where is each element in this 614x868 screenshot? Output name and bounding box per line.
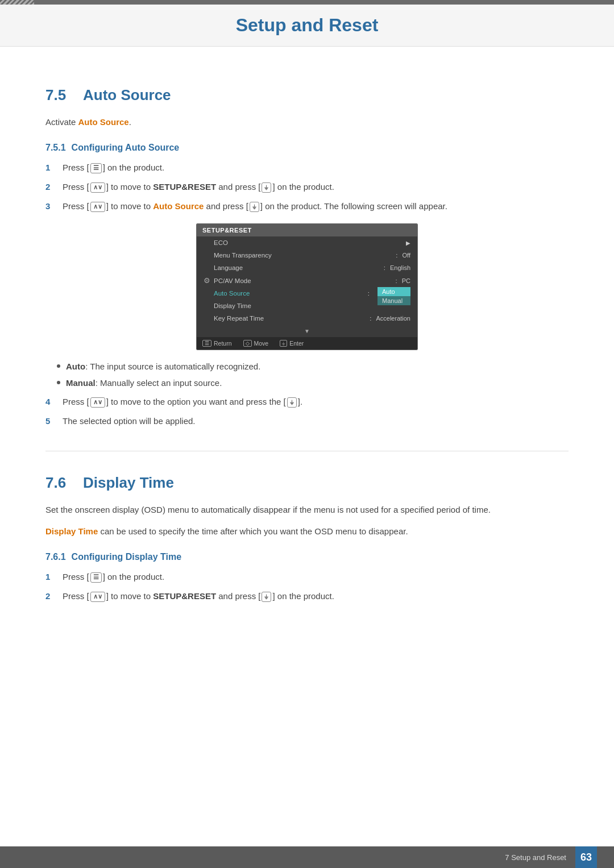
step-content-2: Press [∧∨] to move to SETUP&RESET and pr… (63, 180, 569, 194)
enter-icon-3: ⏚ (250, 202, 259, 211)
step-content-761-1: Press [☰] on the product. (63, 570, 569, 584)
nav-icon-3: ∧∨ (90, 202, 105, 211)
subsection-761-heading: 7.6.1 Configuring Display Time (45, 552, 569, 562)
bullet-text-manual: Manual: Manually select an input source. (66, 377, 222, 390)
footer-return-icon: ☰ (202, 340, 211, 347)
menu-label-autosource: Auto Source (214, 290, 366, 297)
section-75-intro: Activate Auto Source. (45, 115, 569, 129)
subsection-761-number: 7.6.1 (45, 552, 66, 562)
step-751-3: 3 Press [∧∨] to move to Auto Source and … (45, 200, 569, 213)
footer-return-label: Return (214, 340, 232, 347)
auto-source-highlight: Auto Source (78, 117, 129, 127)
section-76-intro2: Display Time can be used to specify the … (45, 525, 569, 538)
menu-more-arrow: ▼ (304, 328, 310, 334)
bullet-dot-manual (57, 381, 60, 384)
menu-value-language: English (390, 264, 410, 271)
footer-page-number: 63 (575, 846, 597, 868)
step-num-761-2: 2 (45, 589, 56, 603)
section-76-intro1: Set the onscreen display (OSD) menu to a… (45, 503, 569, 517)
menu-value-transparency: Off (403, 252, 410, 259)
menu-icon-1: ☰ (90, 163, 102, 173)
section-75-title: Auto Source (83, 86, 171, 104)
gear-icon: ⚙ (204, 276, 210, 285)
bullet-auto: Auto: The input source is automatically … (57, 360, 569, 373)
footer-section-label: 7 Setup and Reset (505, 853, 566, 862)
bullet-text-auto: Auto: The input source is automatically … (66, 360, 260, 373)
subsection-751-number: 7.5.1 (45, 143, 66, 153)
section-76-heading: 7.6 Display Time (45, 474, 569, 492)
page-title: Setup and Reset (34, 15, 580, 36)
setup-reset-ref-2: SETUP&RESET (153, 182, 216, 192)
menu-label-eco: ECO (214, 239, 410, 246)
section-76-number: 7.6 (45, 474, 74, 492)
menu-label-transparency: Menu Transparency (214, 252, 393, 259)
nav-icon-4: ∧∨ (90, 397, 105, 407)
step-751-1: 1 Press [☰] on the product. (45, 161, 569, 175)
top-bar (0, 0, 614, 5)
footer-return: ☰ Return (202, 340, 232, 347)
bullet-list-751: Auto: The input source is automatically … (57, 360, 569, 389)
dropdown-auto: Auto (377, 287, 410, 296)
step-content-5: The selected option will be applied. (63, 414, 569, 428)
menu-row-eco: ECO (197, 236, 417, 249)
menu-value-pcav: PC (402, 277, 410, 284)
menu-body: ECO Menu Transparency : Off Language : E… (197, 236, 417, 337)
footer-enter-label: Enter (289, 340, 304, 347)
enter-icon-4: ⏚ (287, 397, 297, 407)
step-content-4: Press [∧∨] to move to the option you wan… (63, 395, 569, 409)
menu-title-bar: SETUP&RESET (197, 224, 417, 236)
menu-row-autosource: Auto Source : Auto Manual (197, 287, 417, 300)
step-num-3: 3 (45, 200, 56, 213)
menu-row-more: ▼ (197, 325, 417, 337)
section-76-intro2-rest: can be used to specify the time after wh… (98, 526, 408, 536)
menu-icon-761-1: ☰ (90, 572, 102, 582)
dropdown-manual: Manual (377, 296, 410, 305)
footer-move-icon: ◇ (243, 340, 252, 347)
menu-row-transparency: Menu Transparency : Off (197, 249, 417, 261)
step-content-761-2: Press [∧∨] to move to SETUP&RESET and pr… (63, 589, 569, 603)
section-75-heading: 7.5 Auto Source (45, 86, 569, 104)
bullet-dot-auto (57, 364, 60, 368)
step-751-2: 2 Press [∧∨] to move to SETUP&RESET and … (45, 180, 569, 194)
steps-751-cont: 4 Press [∧∨] to move to the option you w… (45, 395, 569, 428)
menu-row-language: Language : English (197, 261, 417, 274)
step-num-5: 5 (45, 414, 56, 428)
enter-icon-2: ⏚ (262, 182, 271, 192)
auto-source-ref-3: Auto Source (153, 201, 204, 211)
enter-icon-761-2: ⏚ (262, 592, 271, 601)
section-divider (45, 451, 569, 451)
page-header: Setup and Reset (0, 5, 614, 47)
display-time-highlight: Display Time (45, 526, 98, 536)
menu-label-keyrepeat: Key Repeat Time (214, 315, 367, 322)
footer-enter: ⏚ Enter (280, 340, 304, 347)
step-num-761-1: 1 (45, 570, 56, 584)
menu-row-keyrepeat: Key Repeat Time : Acceleration (197, 312, 417, 325)
main-content: 7.5 Auto Source Activate Auto Source. 7.… (0, 47, 614, 654)
menu-label-pcav: PC/AV Mode (214, 277, 393, 284)
footer-move: ◇ Move (243, 340, 269, 347)
setup-reset-ref-761: SETUP&RESET (153, 591, 216, 601)
subsection-761-title: Configuring Display Time (72, 552, 182, 562)
bullet-manual: Manual: Manually select an input source. (57, 377, 569, 390)
step-num-2: 2 (45, 180, 56, 194)
step-content-1: Press [☰] on the product. (63, 161, 569, 175)
step-content-3: Press [∧∨] to move to Auto Source and pr… (63, 200, 569, 213)
nav-icon-2: ∧∨ (90, 182, 105, 192)
step-num-1: 1 (45, 161, 56, 175)
menu-row-pcav: ⚙ PC/AV Mode : PC (197, 274, 417, 287)
menu-screenshot: SETUP&RESET ECO Menu Transparency : Off … (196, 223, 418, 350)
auto-bold: Auto (66, 362, 85, 371)
nav-icon-761-2: ∧∨ (90, 592, 105, 601)
autosource-dropdown: Auto Manual (377, 287, 410, 305)
footer-move-label: Move (254, 340, 269, 347)
section-75-number: 7.5 (45, 86, 74, 104)
menu-label-language: Language (214, 264, 381, 271)
top-bar-accent (0, 0, 34, 5)
step-751-4: 4 Press [∧∨] to move to the option you w… (45, 395, 569, 409)
manual-bold: Manual (66, 378, 96, 388)
menu-value-keyrepeat: Acceleration (376, 315, 410, 322)
subsection-751-heading: 7.5.1 Configuring Auto Source (45, 143, 569, 153)
steps-761: 1 Press [☰] on the product. 2 Press [∧∨]… (45, 570, 569, 603)
step-761-1: 1 Press [☰] on the product. (45, 570, 569, 584)
steps-751: 1 Press [☰] on the product. 2 Press [∧∨]… (45, 161, 569, 213)
